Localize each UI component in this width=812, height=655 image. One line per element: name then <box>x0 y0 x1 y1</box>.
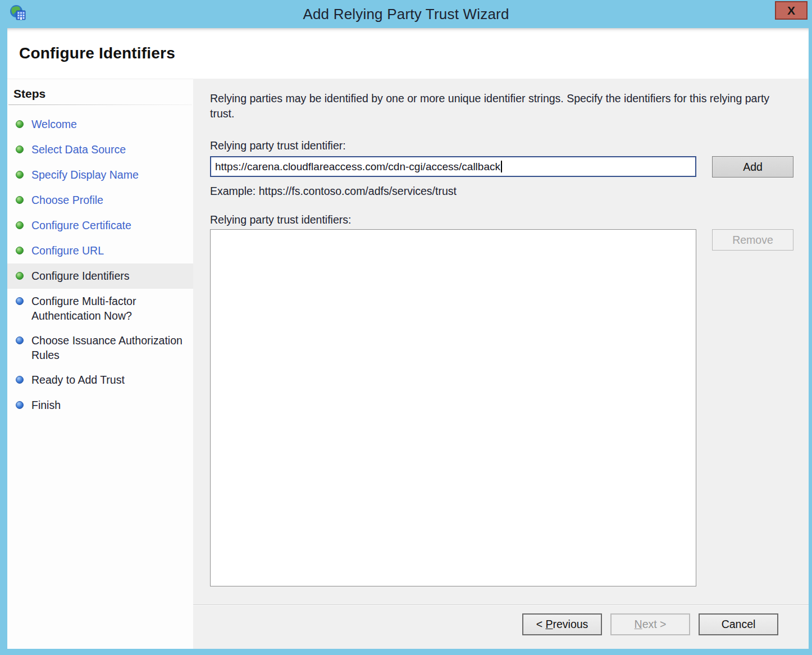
step-label: Select Data Source <box>31 142 126 157</box>
step-label: Choose Profile <box>31 193 103 207</box>
step-label: Configure Certificate <box>31 218 131 233</box>
intro-text: Relying parties may be identified by one… <box>210 91 793 121</box>
identifier-input[interactable]: https://carena.cloudflareaccess.com/cdn-… <box>210 156 696 177</box>
page-header: Configure Identifiers <box>7 28 809 79</box>
steps-sidebar: Steps WelcomeSelect Data SourceSpecify D… <box>7 79 193 649</box>
step-done-icon <box>16 171 24 179</box>
sidebar-item-configure-certificate: Configure Certificate <box>7 213 193 238</box>
step-done-icon <box>16 120 24 128</box>
step-pending-icon <box>16 401 24 409</box>
step-label: Welcome <box>31 117 77 131</box>
step-pending-icon <box>16 376 24 384</box>
step-label: Choose Issuance Authorization Rules <box>31 333 188 362</box>
sidebar-item-choose-issuance-authorization-rules: Choose Issuance Authorization Rules <box>7 328 193 367</box>
identifier-field-label: Relying party trust identifier: <box>210 139 793 152</box>
steps-list: WelcomeSelect Data SourceSpecify Display… <box>7 112 193 418</box>
step-pending-icon <box>16 336 24 344</box>
cancel-button[interactable]: Cancel <box>699 613 778 635</box>
step-done-icon <box>16 221 24 229</box>
steps-heading: Steps <box>13 87 193 101</box>
sidebar-item-select-data-source: Select Data Source <box>7 137 193 162</box>
step-label: Configure URL <box>31 243 104 258</box>
text-caret <box>501 161 502 172</box>
sidebar-item-configure-url: Configure URL <box>7 238 193 263</box>
footer-button-bar: < Previous Next > Cancel <box>210 606 793 649</box>
sidebar-item-specify-display-name: Specify Display Name <box>7 162 193 188</box>
close-button[interactable]: X <box>775 1 808 20</box>
sidebar-item-finish: Finish <box>7 393 193 418</box>
sidebar-item-ready-to-add-trust: Ready to Add Trust <box>7 367 193 393</box>
title-bar: Add Relying Party Trust Wizard X <box>0 0 812 28</box>
steps-separator <box>8 104 192 105</box>
close-icon: X <box>787 4 795 16</box>
remove-button[interactable]: Remove <box>712 229 793 251</box>
example-text: Example: https://fs.contoso.com/adfs/ser… <box>210 185 793 198</box>
window-title: Add Relying Party Trust Wizard <box>0 6 812 23</box>
wizard-body: Configure Identifiers Steps WelcomeSelec… <box>7 28 809 649</box>
sidebar-item-welcome: Welcome <box>7 112 193 137</box>
identifiers-list-label: Relying party trust identifiers: <box>210 213 793 226</box>
wizard-window: Add Relying Party Trust Wizard X Configu… <box>0 0 812 655</box>
step-label: Configure Identifiers <box>31 269 130 283</box>
step-done-icon <box>16 196 24 204</box>
step-label: Specify Display Name <box>31 167 139 182</box>
page-title: Configure Identifiers <box>19 44 175 62</box>
step-pending-icon <box>16 297 24 305</box>
add-button[interactable]: Add <box>712 156 793 178</box>
step-done-icon <box>16 145 24 153</box>
step-label: Ready to Add Trust <box>31 372 125 387</box>
identifiers-listbox[interactable] <box>210 229 696 586</box>
sidebar-item-configure-multi-factor-authentication-now: Configure Multi-factor Authentication No… <box>7 289 193 328</box>
sidebar-item-configure-identifiers: Configure Identifiers <box>7 263 193 289</box>
step-done-icon <box>16 247 24 254</box>
main-panel: Relying parties may be identified by one… <box>193 79 809 649</box>
step-label: Finish <box>31 398 61 412</box>
step-label: Configure Multi-factor Authentication No… <box>31 294 188 323</box>
step-done-icon <box>16 272 24 280</box>
sidebar-item-choose-profile: Choose Profile <box>7 188 193 213</box>
identifier-input-value: https://carena.cloudflareaccess.com/cdn-… <box>215 161 500 173</box>
next-button[interactable]: Next > <box>610 613 690 635</box>
previous-button[interactable]: < Previous <box>522 613 602 635</box>
